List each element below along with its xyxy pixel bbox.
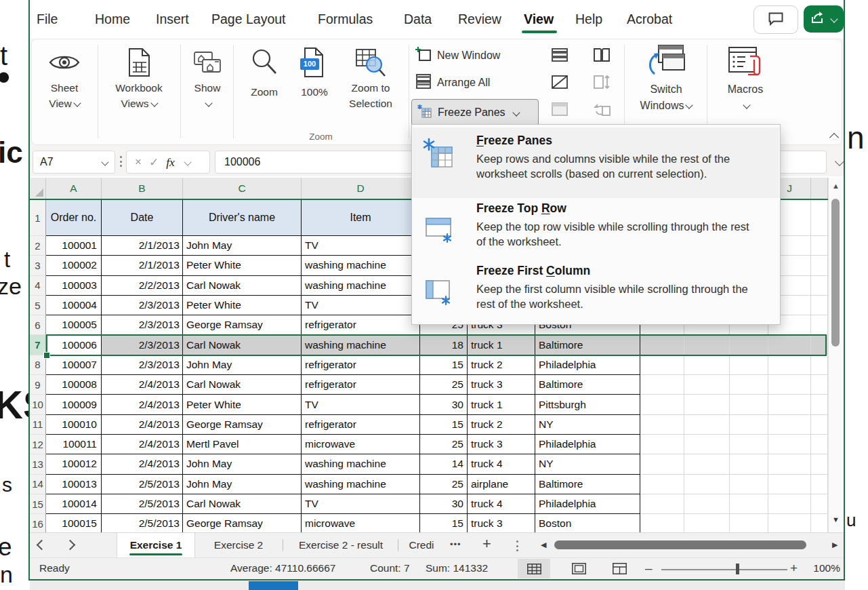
row-number[interactable]: 13 xyxy=(30,454,46,474)
cell[interactable] xyxy=(768,435,811,454)
cell[interactable]: 100005 xyxy=(46,315,102,335)
cell[interactable] xyxy=(640,375,684,395)
cell[interactable]: truck 1 xyxy=(468,395,535,414)
expand-formula-bar-button[interactable] xyxy=(833,157,843,169)
tab-formulas[interactable]: Formulas xyxy=(318,12,373,27)
zoom-in-button[interactable]: + xyxy=(790,561,798,576)
fill-handle[interactable] xyxy=(43,352,50,359)
cell[interactable]: 100014 xyxy=(46,494,102,514)
switch-windows-button[interactable]: Switch Windows xyxy=(629,42,703,114)
cell[interactable]: Baltimore xyxy=(535,335,640,355)
cell[interactable]: 2/2/2013 xyxy=(102,276,183,296)
show-button[interactable]: Show xyxy=(183,45,232,112)
cell[interactable]: 100012 xyxy=(46,454,102,474)
tab-view[interactable]: View xyxy=(524,12,554,27)
new-window-button[interactable]: New Window xyxy=(415,46,500,65)
cell[interactable]: 18 xyxy=(420,335,468,355)
cell[interactable]: 2/4/2013 xyxy=(102,415,183,435)
cell[interactable] xyxy=(811,375,828,395)
row-number[interactable]: 12 xyxy=(30,435,46,454)
cell[interactable]: John May xyxy=(183,454,302,474)
cell[interactable]: 25 xyxy=(420,375,468,395)
cell[interactable]: 2/5/2013 xyxy=(102,475,183,494)
sheet-tab-exercise-2-result[interactable]: Exercise 2 - result xyxy=(285,533,397,557)
cell[interactable] xyxy=(768,395,811,414)
cell[interactable]: 2/3/2013 xyxy=(102,315,183,335)
cell[interactable]: 2/4/2013 xyxy=(102,435,183,454)
zoom-button[interactable]: Zoom xyxy=(237,45,291,100)
cell[interactable]: 100008 xyxy=(46,375,102,395)
insert-function-icon[interactable]: fx xyxy=(166,155,175,170)
cell[interactable]: Philadelphia xyxy=(535,355,640,375)
sheet-view-button[interactable]: Sheet View xyxy=(35,45,94,112)
sheet-tab-exercise-1[interactable]: Exercise 1 xyxy=(117,533,195,557)
cell[interactable]: George Ramsay xyxy=(183,415,302,435)
sheet-options-icon[interactable] xyxy=(516,540,518,551)
cell[interactable]: 2/5/2013 xyxy=(102,494,183,514)
unhide-button[interactable] xyxy=(550,100,570,118)
cell[interactable]: refrigerator xyxy=(302,415,420,435)
cell[interactable]: Carl Nowak xyxy=(183,335,302,355)
split-button[interactable] xyxy=(550,46,570,64)
cell[interactable]: refrigerator xyxy=(302,315,420,335)
hscroll-right-icon[interactable]: ▶ xyxy=(832,540,838,549)
cell[interactable]: 2/1/2013 xyxy=(102,256,183,275)
cell[interactable] xyxy=(640,355,684,375)
freeze-panes-button[interactable]: Freeze Panes xyxy=(411,99,539,126)
cell[interactable]: 100002 xyxy=(46,256,102,275)
column-header[interactable]: B xyxy=(102,178,183,199)
cell[interactable]: TV xyxy=(302,236,420,256)
cell[interactable] xyxy=(730,494,768,514)
collapse-ribbon-button[interactable] xyxy=(828,130,838,142)
cell[interactable]: truck 4 xyxy=(468,494,535,514)
cell[interactable] xyxy=(730,395,768,414)
cell[interactable] xyxy=(684,355,730,375)
synchronous-scrolling-button[interactable] xyxy=(592,73,612,91)
scroll-down-icon[interactable]: ▼ xyxy=(832,515,840,524)
cell[interactable] xyxy=(640,415,684,435)
cell[interactable] xyxy=(640,435,684,454)
row-number[interactable]: 2 xyxy=(30,236,46,256)
cell[interactable]: Pittsburgh xyxy=(535,395,640,414)
cell[interactable] xyxy=(768,475,811,494)
cell[interactable] xyxy=(730,375,768,395)
comments-button[interactable] xyxy=(753,5,798,34)
normal-view-button[interactable] xyxy=(518,559,550,578)
cell[interactable] xyxy=(640,335,684,355)
tab-help[interactable]: Help xyxy=(575,12,602,27)
tab-file[interactable]: File xyxy=(37,12,58,27)
cell[interactable]: Philadelphia xyxy=(535,494,640,514)
cell[interactable] xyxy=(768,335,811,355)
cell[interactable]: washing machine xyxy=(302,276,420,296)
cell[interactable]: Peter White xyxy=(183,395,302,414)
cell[interactable]: Carl Nowak xyxy=(183,494,302,514)
cell[interactable]: washing machine xyxy=(302,256,420,275)
cell[interactable]: 100013 xyxy=(46,475,102,494)
cell[interactable] xyxy=(811,256,828,275)
tab-acrobat[interactable]: Acrobat xyxy=(627,12,672,27)
tab-home[interactable]: Home xyxy=(95,12,130,27)
cell[interactable]: washing machine xyxy=(302,335,420,355)
cell[interactable]: Driver's name xyxy=(183,200,302,236)
cell[interactable] xyxy=(730,475,768,494)
vertical-scroll-thumb[interactable] xyxy=(831,199,840,347)
cell[interactable]: 100006 xyxy=(46,335,102,355)
cell[interactable]: NY xyxy=(535,415,640,435)
tab-page-layout[interactable]: Page Layout xyxy=(211,12,286,27)
cell[interactable]: Carl Nowak xyxy=(183,375,302,395)
cell[interactable] xyxy=(684,395,730,414)
cell[interactable] xyxy=(730,454,768,474)
cell[interactable]: truck 3 xyxy=(468,514,535,532)
cell[interactable] xyxy=(811,475,828,494)
cell[interactable] xyxy=(640,514,684,532)
zoom-to-selection-button[interactable]: Zoom to Selection xyxy=(337,45,405,112)
cell[interactable]: John May xyxy=(183,475,302,494)
cell[interactable] xyxy=(811,435,828,454)
row-number[interactable]: 10 xyxy=(30,395,46,414)
workbook-views-button[interactable]: Workbook Views xyxy=(100,45,178,112)
menu-item-freeze-top-row[interactable]: Freeze Top Row Keep the top row visible … xyxy=(413,198,779,262)
cell[interactable]: 2/3/2013 xyxy=(102,355,183,375)
cell[interactable]: 100015 xyxy=(46,514,102,532)
cell[interactable] xyxy=(811,514,828,532)
cell[interactable]: 100001 xyxy=(46,236,102,256)
